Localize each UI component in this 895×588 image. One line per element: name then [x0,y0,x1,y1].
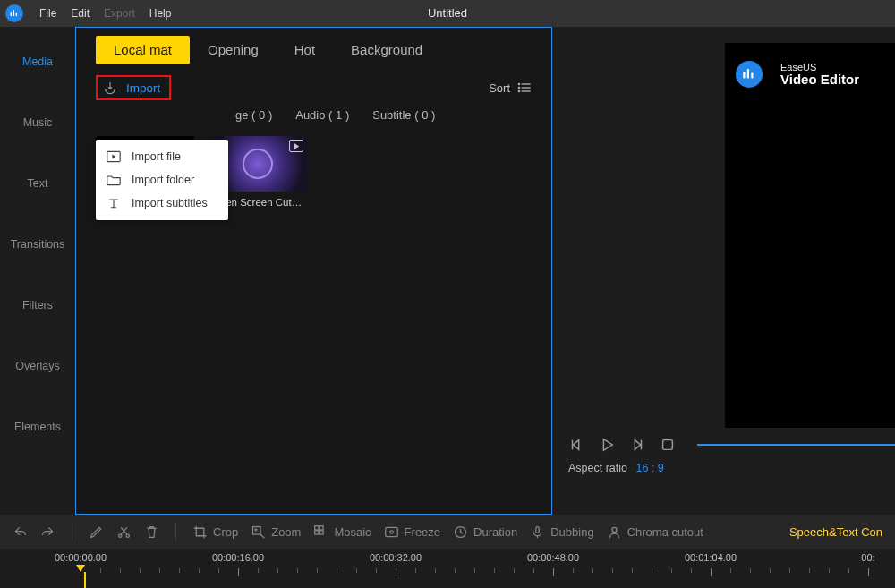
svg-point-28 [612,527,617,532]
undo-button[interactable] [13,524,28,540]
filter-image[interactable]: ge ( 0 ) [235,108,272,127]
svg-point-25 [389,530,392,533]
import-file-item[interactable]: Import file [96,145,228,168]
sidebar-item-music[interactable]: Music [0,107,75,138]
zoom-button[interactable]: Zoom [251,524,301,540]
svg-rect-22 [315,530,319,533]
import-folder-item[interactable]: Import folder [96,168,228,192]
tick-label: 00:00:48.00 [527,552,579,563]
aspect-value: 16 : 9 [636,462,664,474]
sort-label: Sort [489,81,510,95]
aspect-label: Aspect ratio [568,462,627,474]
tick-label: 00:00:00.00 [55,552,107,563]
menu-help[interactable]: Help [142,7,179,20]
import-icon [103,81,117,95]
speech-text-button[interactable]: Speech&Text Con [789,525,882,539]
svg-point-18 [126,534,129,537]
tick-label: 00:00:32.00 [370,552,422,563]
svg-rect-23 [320,530,323,533]
svg-rect-21 [320,525,323,529]
mosaic-button[interactable]: Mosaic [313,524,371,540]
tab-hot[interactable]: Hot [277,36,333,64]
tick-label: 00:00:16.00 [212,552,264,563]
svg-rect-12 [747,69,749,79]
folder-icon [107,174,121,186]
brand-big: Video Editor [780,72,859,88]
aspect-ratio-row[interactable]: Aspect ratio 16 : 9 [552,453,895,474]
svg-rect-1 [13,10,15,16]
brand-logo-icon [736,61,763,88]
import-label: Import [126,81,160,95]
svg-rect-13 [751,73,753,79]
tab-background[interactable]: Background [333,36,440,64]
prev-frame-button[interactable] [568,437,584,453]
svg-point-3 [518,83,520,85]
media-panel: Local mat Opening Hot Background Import … [75,27,552,515]
svg-rect-27 [536,526,539,533]
sort-button[interactable]: Sort [489,81,532,95]
menu-edit[interactable]: Edit [64,7,97,20]
split-button[interactable] [116,524,132,540]
import-subtitles-item[interactable]: Import subtitles [96,192,228,215]
redo-button[interactable] [40,524,55,540]
tick-label: 00:01:04.00 [685,552,737,563]
brand-small: EaseUS [780,62,859,72]
timeline[interactable]: 00:00:00.0000:00:16.0000:00:32.0000:00:4… [0,549,895,588]
menu-export: Export [97,7,142,20]
sidebar-item-media[interactable]: Media [0,47,75,77]
svg-point-7 [518,90,520,92]
tab-opening[interactable]: Opening [190,36,277,64]
playhead[interactable] [76,565,85,572]
play-button[interactable] [599,437,615,453]
preview-panel: EaseUS Video Editor Aspect ratio 16 : 9 [552,27,895,515]
menu-file[interactable]: File [32,7,64,20]
sidebar-item-overlays[interactable]: Overlays [0,351,75,381]
sidebar-item-elements[interactable]: Elements [0,412,75,442]
svg-rect-19 [253,526,261,534]
chroma-button[interactable]: Chroma cutout [607,524,703,540]
preview-canvas: EaseUS Video Editor [725,43,895,428]
video-badge-icon [289,140,303,152]
svg-rect-24 [385,527,397,536]
delete-button[interactable] [144,524,159,540]
brand-watermark: EaseUS Video Editor [736,61,859,88]
dubbing-button[interactable]: Dubbing [530,524,593,540]
timeline-toolbar: Crop Zoom Mosaic Freeze Duration Dubbing… [0,515,895,549]
tab-local[interactable]: Local mat [96,36,190,64]
svg-point-17 [119,534,122,537]
freeze-button[interactable]: Freeze [384,524,440,540]
sidebar: Media Music Text Transitions Filters Ove… [0,27,75,515]
text-icon [107,197,121,209]
svg-rect-16 [663,440,673,450]
svg-rect-20 [315,525,319,529]
filter-audio[interactable]: Audio ( 1 ) [295,108,349,127]
crop-button[interactable]: Crop [192,524,238,540]
duration-button[interactable]: Duration [453,524,517,540]
filter-subtitle[interactable]: Subtitle ( 0 ) [372,108,435,127]
next-frame-button[interactable] [629,437,645,453]
media-filter-row: ge ( 0 ) Audio ( 1 ) Subtitle ( 0 ) [76,103,551,136]
menubar: File Edit Export Help [0,0,895,27]
svg-rect-2 [16,13,18,16]
sidebar-item-text[interactable]: Text [0,168,75,199]
tick-label: 00: [861,552,874,563]
file-play-icon [107,150,121,163]
import-button[interactable]: Import [96,75,171,100]
progress-bar[interactable] [697,444,895,446]
app-logo-icon [5,4,23,22]
sidebar-item-transitions[interactable]: Transitions [0,229,75,260]
sidebar-item-filters[interactable]: Filters [0,290,75,320]
player-controls [552,428,895,453]
svg-rect-0 [11,12,13,16]
svg-point-5 [518,87,520,89]
stop-button[interactable] [660,437,676,453]
import-dropdown: Import file Import folder Import subtitl… [96,140,228,220]
edit-button[interactable] [89,524,104,540]
svg-rect-11 [743,72,745,79]
sort-icon [517,81,532,94]
